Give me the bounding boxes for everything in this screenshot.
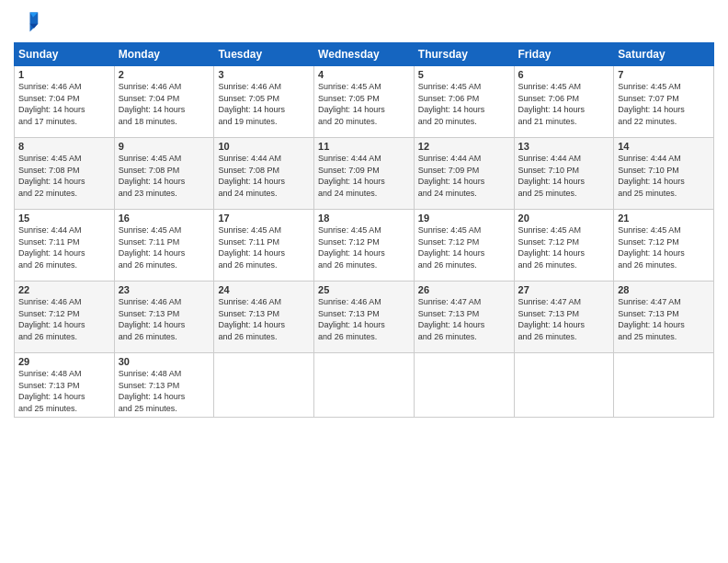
calendar-cell: 11Sunrise: 4:44 AM Sunset: 7:09 PM Dayli…	[314, 138, 415, 210]
day-number: 10	[218, 141, 310, 152]
day-number: 25	[318, 284, 410, 295]
day-number: 1	[18, 69, 110, 80]
header	[14, 9, 714, 35]
day-number: 8	[18, 141, 110, 152]
week-row-4: 22Sunrise: 4:46 AM Sunset: 7:12 PM Dayli…	[15, 282, 714, 353]
day-info: Sunrise: 4:47 AM Sunset: 7:13 PM Dayligh…	[418, 296, 510, 342]
day-number: 26	[418, 284, 510, 295]
week-row-3: 15Sunrise: 4:44 AM Sunset: 7:11 PM Dayli…	[15, 210, 714, 282]
page: SundayMondayTuesdayWednesdayThursdayFrid…	[0, 0, 728, 563]
day-number: 29	[18, 356, 110, 367]
calendar-cell: 29Sunrise: 4:48 AM Sunset: 7:13 PM Dayli…	[15, 353, 115, 418]
week-row-2: 8Sunrise: 4:45 AM Sunset: 7:08 PM Daylig…	[15, 138, 714, 210]
day-number: 4	[318, 69, 410, 80]
day-info: Sunrise: 4:45 AM Sunset: 7:11 PM Dayligh…	[119, 224, 210, 270]
calendar-cell: 1Sunrise: 4:46 AM Sunset: 7:04 PM Daylig…	[15, 66, 115, 138]
day-info: Sunrise: 4:44 AM Sunset: 7:09 PM Dayligh…	[418, 153, 510, 199]
day-info: Sunrise: 4:46 AM Sunset: 7:13 PM Dayligh…	[318, 296, 410, 342]
day-info: Sunrise: 4:45 AM Sunset: 7:08 PM Dayligh…	[18, 153, 110, 199]
calendar-cell: 9Sunrise: 4:45 AM Sunset: 7:08 PM Daylig…	[114, 138, 214, 210]
weekday-header-sunday: Sunday	[15, 43, 115, 66]
day-number: 27	[518, 284, 610, 295]
day-info: Sunrise: 4:45 AM Sunset: 7:12 PM Dayligh…	[318, 224, 410, 270]
day-info: Sunrise: 4:46 AM Sunset: 7:13 PM Dayligh…	[119, 296, 210, 342]
day-number: 28	[618, 284, 710, 295]
calendar-cell: 25Sunrise: 4:46 AM Sunset: 7:13 PM Dayli…	[314, 282, 415, 353]
day-info: Sunrise: 4:45 AM Sunset: 7:12 PM Dayligh…	[418, 224, 510, 270]
calendar-cell: 10Sunrise: 4:44 AM Sunset: 7:08 PM Dayli…	[214, 138, 314, 210]
day-info: Sunrise: 4:46 AM Sunset: 7:04 PM Dayligh…	[119, 81, 210, 127]
weekday-header-thursday: Thursday	[414, 43, 514, 66]
day-number: 6	[518, 69, 610, 80]
day-info: Sunrise: 4:48 AM Sunset: 7:13 PM Dayligh…	[119, 368, 210, 414]
calendar-cell: 4Sunrise: 4:45 AM Sunset: 7:05 PM Daylig…	[314, 66, 415, 138]
day-info: Sunrise: 4:45 AM Sunset: 7:07 PM Dayligh…	[618, 81, 710, 127]
weekday-header-row: SundayMondayTuesdayWednesdayThursdayFrid…	[15, 43, 714, 66]
day-info: Sunrise: 4:46 AM Sunset: 7:05 PM Dayligh…	[218, 81, 310, 127]
week-row-1: 1Sunrise: 4:46 AM Sunset: 7:04 PM Daylig…	[15, 66, 714, 138]
day-number: 7	[618, 69, 710, 80]
calendar: SundayMondayTuesdayWednesdayThursdayFrid…	[14, 42, 714, 418]
calendar-cell	[614, 353, 714, 418]
day-number: 19	[418, 213, 510, 224]
day-info: Sunrise: 4:45 AM Sunset: 7:12 PM Dayligh…	[618, 224, 710, 270]
calendar-cell	[314, 353, 415, 418]
day-info: Sunrise: 4:47 AM Sunset: 7:13 PM Dayligh…	[618, 296, 710, 342]
calendar-cell: 28Sunrise: 4:47 AM Sunset: 7:13 PM Dayli…	[614, 282, 714, 353]
calendar-cell: 30Sunrise: 4:48 AM Sunset: 7:13 PM Dayli…	[114, 353, 214, 418]
calendar-cell	[514, 353, 614, 418]
calendar-cell: 20Sunrise: 4:45 AM Sunset: 7:12 PM Dayli…	[514, 210, 614, 282]
calendar-cell: 7Sunrise: 4:45 AM Sunset: 7:07 PM Daylig…	[614, 66, 714, 138]
day-number: 30	[119, 356, 210, 367]
day-number: 5	[418, 69, 510, 80]
weekday-header-wednesday: Wednesday	[314, 43, 415, 66]
calendar-cell: 5Sunrise: 4:45 AM Sunset: 7:06 PM Daylig…	[414, 66, 514, 138]
day-number: 22	[18, 284, 110, 295]
day-number: 13	[518, 141, 610, 152]
logo-icon	[14, 9, 40, 35]
day-info: Sunrise: 4:45 AM Sunset: 7:05 PM Dayligh…	[318, 81, 410, 127]
calendar-cell: 6Sunrise: 4:45 AM Sunset: 7:06 PM Daylig…	[514, 66, 614, 138]
day-number: 16	[119, 213, 210, 224]
calendar-cell: 24Sunrise: 4:46 AM Sunset: 7:13 PM Dayli…	[214, 282, 314, 353]
calendar-cell	[214, 353, 314, 418]
calendar-cell: 18Sunrise: 4:45 AM Sunset: 7:12 PM Dayli…	[314, 210, 415, 282]
calendar-cell: 14Sunrise: 4:44 AM Sunset: 7:10 PM Dayli…	[614, 138, 714, 210]
day-info: Sunrise: 4:46 AM Sunset: 7:13 PM Dayligh…	[218, 296, 310, 342]
day-number: 18	[318, 213, 410, 224]
calendar-cell: 27Sunrise: 4:47 AM Sunset: 7:13 PM Dayli…	[514, 282, 614, 353]
day-number: 12	[418, 141, 510, 152]
calendar-cell: 22Sunrise: 4:46 AM Sunset: 7:12 PM Dayli…	[15, 282, 115, 353]
calendar-cell: 2Sunrise: 4:46 AM Sunset: 7:04 PM Daylig…	[114, 66, 214, 138]
day-number: 2	[119, 69, 210, 80]
day-info: Sunrise: 4:44 AM Sunset: 7:08 PM Dayligh…	[218, 153, 310, 199]
calendar-cell: 15Sunrise: 4:44 AM Sunset: 7:11 PM Dayli…	[15, 210, 115, 282]
day-info: Sunrise: 4:46 AM Sunset: 7:12 PM Dayligh…	[18, 296, 110, 342]
calendar-cell: 16Sunrise: 4:45 AM Sunset: 7:11 PM Dayli…	[114, 210, 214, 282]
weekday-header-monday: Monday	[114, 43, 214, 66]
calendar-cell: 8Sunrise: 4:45 AM Sunset: 7:08 PM Daylig…	[15, 138, 115, 210]
day-info: Sunrise: 4:45 AM Sunset: 7:06 PM Dayligh…	[518, 81, 610, 127]
day-number: 11	[318, 141, 410, 152]
day-number: 14	[618, 141, 710, 152]
day-number: 3	[218, 69, 310, 80]
day-number: 21	[618, 213, 710, 224]
calendar-cell: 17Sunrise: 4:45 AM Sunset: 7:11 PM Dayli…	[214, 210, 314, 282]
day-number: 20	[518, 213, 610, 224]
calendar-cell: 21Sunrise: 4:45 AM Sunset: 7:12 PM Dayli…	[614, 210, 714, 282]
day-info: Sunrise: 4:47 AM Sunset: 7:13 PM Dayligh…	[518, 296, 610, 342]
calendar-cell	[414, 353, 514, 418]
weekday-header-tuesday: Tuesday	[214, 43, 314, 66]
weekday-header-friday: Friday	[514, 43, 614, 66]
day-info: Sunrise: 4:44 AM Sunset: 7:11 PM Dayligh…	[18, 224, 110, 270]
day-info: Sunrise: 4:48 AM Sunset: 7:13 PM Dayligh…	[18, 368, 110, 414]
day-info: Sunrise: 4:44 AM Sunset: 7:10 PM Dayligh…	[518, 153, 610, 199]
day-info: Sunrise: 4:45 AM Sunset: 7:06 PM Dayligh…	[418, 81, 510, 127]
day-info: Sunrise: 4:45 AM Sunset: 7:12 PM Dayligh…	[518, 224, 610, 270]
calendar-cell: 23Sunrise: 4:46 AM Sunset: 7:13 PM Dayli…	[114, 282, 214, 353]
logo	[14, 9, 43, 35]
day-info: Sunrise: 4:46 AM Sunset: 7:04 PM Dayligh…	[18, 81, 110, 127]
day-info: Sunrise: 4:44 AM Sunset: 7:09 PM Dayligh…	[318, 153, 410, 199]
calendar-cell: 13Sunrise: 4:44 AM Sunset: 7:10 PM Dayli…	[514, 138, 614, 210]
calendar-cell: 3Sunrise: 4:46 AM Sunset: 7:05 PM Daylig…	[214, 66, 314, 138]
